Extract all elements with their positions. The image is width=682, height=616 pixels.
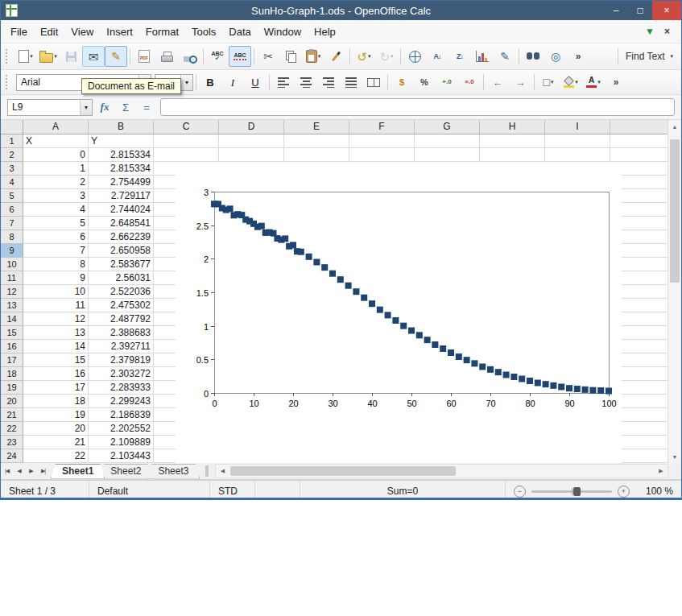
italic-button[interactable]: I [221, 72, 244, 93]
currency-format-button[interactable]: $ [391, 72, 413, 93]
hyperlink-button[interactable] [403, 46, 426, 67]
menu-edit[interactable]: Edit [34, 23, 64, 41]
cell-B5[interactable]: 2.729117 [89, 189, 154, 203]
add-decimal-place-button[interactable] [436, 72, 458, 93]
cell-B12[interactable]: 2.522036 [89, 285, 154, 299]
undo-dropdown-icon[interactable]: ▾ [368, 53, 371, 60]
cell-H2[interactable] [480, 148, 545, 162]
cell-B17[interactable]: 2.379819 [89, 353, 154, 367]
scroll-left-icon[interactable]: ◀ [216, 465, 229, 478]
column-header-G[interactable]: G [415, 120, 480, 134]
vertical-scrollbar-thumb[interactable] [670, 139, 680, 283]
align-center-button[interactable] [295, 72, 317, 93]
row-header-10[interactable]: 10 [1, 258, 23, 271]
row-header-24[interactable]: 24 [1, 449, 23, 463]
cell-A17[interactable]: 15 [23, 353, 89, 367]
toolbar-more-button[interactable]: » [567, 46, 589, 67]
font-color-button[interactable]: A▾ [582, 72, 605, 93]
column-header-H[interactable]: H [480, 120, 545, 134]
zoom-out-button[interactable]: − [514, 486, 526, 498]
show-draw-functions-button[interactable]: ✎ [494, 46, 516, 67]
row-header-4[interactable]: 4 [1, 176, 23, 189]
maximize-button[interactable]: □ [628, 1, 652, 20]
cell-A1[interactable]: X [23, 134, 89, 148]
row-header-18[interactable]: 18 [1, 367, 23, 381]
cell-E1[interactable] [284, 134, 349, 148]
cell-G1[interactable] [415, 134, 480, 148]
menu-window[interactable]: Window [258, 23, 308, 41]
new-document-dropdown-icon[interactable]: ▾ [30, 53, 33, 60]
align-left-button[interactable] [272, 72, 295, 93]
underline-button[interactable]: U [244, 72, 267, 93]
row-header-22[interactable]: 22 [1, 422, 23, 436]
column-header-B[interactable]: B [89, 120, 154, 134]
cell-A22[interactable]: 20 [23, 422, 89, 436]
paste-dropdown-icon[interactable]: ▾ [318, 53, 321, 60]
cell-B2[interactable]: 2.815334 [89, 148, 154, 162]
redo-dropdown-icon[interactable]: ▾ [391, 53, 394, 60]
sort-descending-button[interactable]: Z↓ [448, 46, 471, 67]
cell-A9[interactable]: 7 [23, 244, 89, 258]
scroll-up-icon[interactable]: ▲ [668, 120, 681, 133]
row-header-9[interactable]: 9 [1, 244, 23, 258]
cell-A16[interactable]: 14 [23, 340, 89, 353]
open-button[interactable]: ▾ [37, 46, 60, 67]
align-justify-button[interactable] [340, 72, 362, 93]
minimize-button[interactable]: – [604, 1, 628, 20]
horizontal-scrollbar[interactable]: ◀ ▶ [215, 464, 668, 478]
background-color-dropdown-icon[interactable]: ▾ [575, 79, 578, 85]
row-header-6[interactable]: 6 [1, 203, 23, 217]
menu-help[interactable]: Help [308, 23, 342, 41]
cell-D1[interactable] [219, 134, 284, 148]
previous-sheet-button[interactable]: ◀ [13, 465, 25, 478]
row-header-23[interactable]: 23 [1, 436, 23, 449]
column-header-F[interactable]: F [349, 120, 415, 134]
menu-file[interactable]: File [4, 23, 34, 41]
cell-C2[interactable] [154, 148, 219, 162]
insert-chart-button[interactable] [471, 46, 494, 67]
cell-B7[interactable]: 2.648541 [89, 217, 154, 230]
scroll-down-icon[interactable]: ▼ [668, 450, 681, 463]
cell-B4[interactable]: 2.754499 [89, 176, 154, 189]
page-preview-button[interactable] [178, 46, 200, 67]
cell-A6[interactable]: 4 [23, 203, 89, 217]
menu-data[interactable]: Data [222, 23, 257, 41]
cell-B18[interactable]: 2.303272 [89, 367, 154, 381]
print-button[interactable] [155, 46, 178, 67]
cut-button[interactable]: ✂ [257, 46, 279, 67]
title-bar[interactable]: SunHo-Graph-1.ods - OpenOffice Calc – □ … [1, 1, 681, 20]
cell-B11[interactable]: 2.56031 [89, 271, 154, 285]
cell-B13[interactable]: 2.475302 [89, 299, 154, 312]
last-sheet-button[interactable]: ▶| [37, 465, 49, 478]
merge-cells-button[interactable] [362, 72, 385, 93]
sort-ascending-button[interactable]: A↓ [426, 46, 448, 67]
horizontal-scrollbar-thumb[interactable] [230, 466, 456, 476]
toolbar-grip-icon[interactable] [6, 75, 10, 89]
copy-button[interactable] [279, 46, 302, 67]
cell-A12[interactable]: 10 [23, 285, 89, 299]
cell-E2[interactable] [284, 148, 349, 162]
document-as-email-button[interactable]: ✉ [82, 46, 105, 67]
row-header-5[interactable]: 5 [1, 189, 23, 203]
row-header-16[interactable]: 16 [1, 340, 23, 353]
column-header-partial[interactable] [610, 120, 668, 134]
sum-button[interactable]: Σ [117, 98, 134, 116]
cell-A14[interactable]: 12 [23, 312, 89, 326]
cell-F2[interactable] [349, 148, 415, 162]
cell-A11[interactable]: 9 [23, 271, 89, 285]
cell-B22[interactable]: 2.202552 [89, 422, 154, 436]
save-button[interactable] [60, 46, 82, 67]
row-header-21[interactable]: 21 [1, 408, 23, 422]
cell-B20[interactable]: 2.299243 [89, 395, 154, 408]
chevron-down-icon[interactable]: ▼ [180, 75, 192, 90]
cell-H1[interactable] [480, 134, 545, 148]
cell-A20[interactable]: 18 [23, 395, 89, 408]
cell-A7[interactable]: 5 [23, 217, 89, 230]
cell-B3[interactable]: 2.815334 [89, 162, 154, 176]
next-sheet-button[interactable]: ▶ [25, 465, 37, 478]
sheet-tab-sheet2[interactable]: Sheet2 [99, 464, 152, 479]
row-header-20[interactable]: 20 [1, 395, 23, 408]
cell-B14[interactable]: 2.487792 [89, 312, 154, 326]
vertical-scrollbar[interactable]: ▲ ▼ [668, 120, 681, 463]
borders-button[interactable]: □▾ [537, 72, 560, 93]
